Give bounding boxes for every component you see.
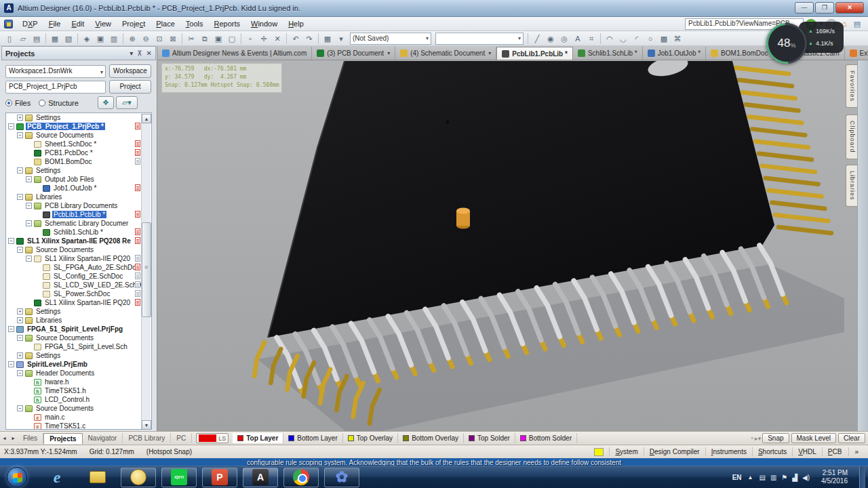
snap-button[interactable]: Snap bbox=[762, 433, 789, 443]
zoom-area-icon[interactable]: ⊡ bbox=[153, 33, 166, 45]
tree-row[interactable]: −SL1 Xilinx Spartan-IIE PQ20 bbox=[6, 254, 151, 263]
tree-expander-icon[interactable]: − bbox=[17, 132, 23, 138]
panel-tab-files[interactable]: Files bbox=[18, 433, 43, 443]
tree-expander-icon[interactable]: − bbox=[8, 326, 14, 332]
tree-row[interactable]: hLCD_Control.h bbox=[6, 395, 151, 404]
layer-tab[interactable]: Bottom Layer bbox=[283, 433, 342, 443]
scroll-down-icon[interactable]: ▼ bbox=[142, 420, 151, 430]
tree-expander-icon[interactable]: − bbox=[26, 203, 32, 209]
tree-expander-icon[interactable]: + bbox=[17, 308, 23, 314]
tree-row[interactable]: PCB1.PcbDoc * bbox=[6, 148, 151, 157]
tree-expander-icon[interactable]: − bbox=[17, 405, 23, 411]
tree-expander-icon[interactable]: − bbox=[26, 220, 32, 226]
print-icon[interactable]: ▦ bbox=[48, 33, 62, 45]
panel-tab-navigator[interactable]: Navigator bbox=[83, 433, 123, 443]
cut-icon[interactable]: ✂ bbox=[184, 33, 198, 45]
tray-icon-3[interactable]: ▟ bbox=[792, 474, 797, 481]
tree-row[interactable]: −Libraries bbox=[6, 192, 151, 201]
layer-tab[interactable]: Bottom Solder bbox=[515, 433, 577, 443]
tree-expander-icon[interactable]: − bbox=[26, 176, 32, 182]
tree-row[interactable]: −Schematic Library Documer bbox=[6, 219, 151, 228]
open-icon[interactable]: ▱ bbox=[16, 33, 30, 45]
menu-tools[interactable]: Tools bbox=[180, 18, 209, 29]
zoom-out-icon[interactable]: ⊖ bbox=[139, 33, 153, 45]
layer-tab[interactable]: Top Layer bbox=[233, 433, 283, 443]
status-design-compiler[interactable]: Design Compiler bbox=[644, 447, 705, 456]
via-icon[interactable]: ◎ bbox=[557, 33, 571, 45]
arc-edge-icon[interactable]: ◠ bbox=[603, 33, 616, 45]
mask-level-button[interactable]: Mask Level bbox=[791, 433, 837, 443]
save-icon[interactable]: ▤ bbox=[30, 33, 43, 45]
tray-expand-icon[interactable]: ▲ bbox=[748, 474, 753, 481]
doc-tab[interactable]: (3) PCB Document▾ bbox=[312, 47, 395, 60]
tree-row[interactable]: hhware.h bbox=[6, 378, 151, 386]
menu-dxp[interactable]: DXP bbox=[17, 18, 43, 29]
tray-icon-0[interactable]: ▤ bbox=[759, 474, 765, 481]
menu-view[interactable]: View bbox=[90, 18, 117, 29]
maximize-button[interactable]: ❐ bbox=[815, 2, 834, 14]
tree-row[interactable]: SL1 Xilinx Spartan-IIE PQ20 bbox=[6, 298, 151, 307]
dimension-icon[interactable]: ⌗ bbox=[585, 33, 598, 45]
tree-expander-icon[interactable]: − bbox=[17, 370, 23, 376]
tree-row[interactable]: Job1.OutJob * bbox=[6, 184, 151, 192]
tree-row[interactable]: +Settings bbox=[6, 351, 151, 360]
status-vhdl[interactable]: VHDL bbox=[792, 447, 822, 456]
clipboard-icon[interactable]: ▢ bbox=[225, 33, 239, 45]
scroll-thumb[interactable] bbox=[142, 222, 151, 317]
pcb-3d-viewport[interactable]: x:-76.759 dx:-76.581 mm y: 34.579 dy: 4.… bbox=[157, 60, 868, 431]
layer-tab[interactable]: Bottom Overlay bbox=[398, 433, 464, 443]
print-preview-icon[interactable]: ▧ bbox=[62, 33, 75, 45]
doc-tab[interactable]: (4) Schematic Document▾ bbox=[395, 47, 496, 60]
side-tab-libraries[interactable]: Libraries bbox=[846, 165, 857, 207]
scroll-up-icon[interactable]: ▲ bbox=[142, 114, 151, 123]
tree-row[interactable]: −Header Documents bbox=[6, 369, 151, 378]
deselect-icon[interactable]: ✕ bbox=[271, 33, 284, 45]
select-icon[interactable]: ▫ bbox=[243, 33, 257, 45]
circle-icon[interactable]: ○ bbox=[644, 33, 657, 45]
document-icon[interactable]: ▤ bbox=[852, 19, 863, 30]
tree-scrollbar[interactable]: ▲ ▼ bbox=[141, 114, 151, 430]
tray-icon-4[interactable]: ◀) bbox=[802, 474, 810, 481]
tree-row[interactable]: FPGA_51_Spirit_Level.Sch bbox=[6, 342, 151, 351]
tree-row[interactable]: +Settings bbox=[6, 113, 151, 122]
tree-expander-icon[interactable]: − bbox=[17, 335, 23, 341]
layer-tab[interactable]: Top Solder bbox=[464, 433, 515, 443]
minimize-button[interactable]: — bbox=[795, 2, 814, 14]
tray-icon-2[interactable]: ⚑ bbox=[781, 474, 787, 481]
tree-row[interactable]: −Output Job Files bbox=[6, 175, 151, 184]
panel-tabs-right-icon[interactable]: ▸ bbox=[9, 435, 18, 441]
zoom-selected-icon[interactable]: ⊠ bbox=[166, 33, 180, 45]
tree-row[interactable]: BOM1.BomDoc bbox=[6, 157, 151, 166]
undo-icon[interactable]: ↶ bbox=[289, 33, 302, 45]
tree-row[interactable]: −Source Documents bbox=[6, 333, 151, 342]
panel-pin-icon[interactable]: ⊼ bbox=[137, 49, 142, 57]
tree-row[interactable]: Sheet1.SchDoc * bbox=[6, 140, 151, 148]
start-button[interactable] bbox=[7, 467, 27, 487]
files-radio[interactable] bbox=[5, 100, 12, 106]
tree-row[interactable]: −PCB Library Documents bbox=[6, 201, 151, 210]
workspace-button[interactable]: Workspace bbox=[109, 64, 151, 78]
workspace-select[interactable]: Workspace1.DsnWrk▾ bbox=[5, 65, 106, 78]
tree-row[interactable]: −Source Documents bbox=[6, 245, 151, 254]
tree-expander-icon[interactable]: − bbox=[26, 256, 32, 262]
panel-tab-projects[interactable]: Projects bbox=[43, 433, 82, 444]
layer-tab[interactable]: Top Overlay bbox=[343, 433, 398, 443]
side-tab-favorites[interactable]: Favorites bbox=[846, 64, 857, 108]
zoom-in-icon[interactable]: ⊕ bbox=[125, 33, 139, 45]
new-icon[interactable]: ▯ bbox=[3, 33, 16, 45]
tree-row[interactable]: −SpiritLevel.PrjEmb bbox=[6, 360, 151, 369]
tree-expander-icon[interactable]: − bbox=[17, 167, 23, 174]
status-system[interactable]: System bbox=[609, 447, 643, 456]
tree-row[interactable]: cTimeTSK51.c bbox=[6, 422, 151, 430]
tree-expander-icon[interactable]: − bbox=[8, 123, 14, 129]
dxp-icon[interactable] bbox=[4, 20, 13, 28]
project-field[interactable]: PCB_Project_1.PrjPcb bbox=[5, 81, 106, 94]
tree-row[interactable]: SL_Config_2E.SchDoc bbox=[6, 272, 151, 281]
tree-row[interactable]: −Settings bbox=[6, 166, 151, 175]
show-desktop-button[interactable] bbox=[859, 466, 865, 488]
file-explorer-taskbar-button[interactable] bbox=[80, 468, 115, 487]
projects-panel-header[interactable]: Projects ▾ ⊼ ✕ bbox=[1, 46, 156, 60]
status-more-icon[interactable]: » bbox=[848, 447, 864, 456]
tree-expander-icon[interactable]: − bbox=[17, 194, 23, 200]
view3d-icon[interactable]: ◈ bbox=[80, 33, 94, 45]
